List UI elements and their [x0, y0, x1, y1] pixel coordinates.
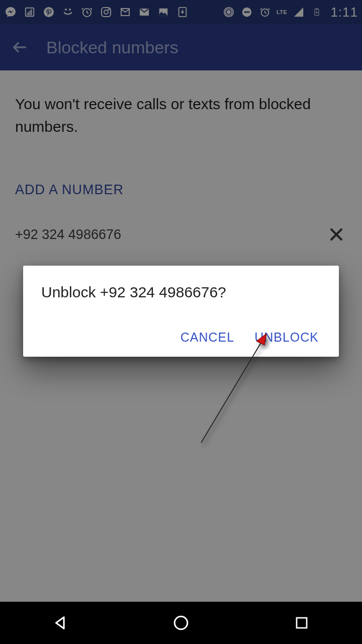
nav-back-button[interactable]	[48, 611, 72, 635]
square-recent-icon	[294, 615, 309, 630]
system-nav-bar	[0, 602, 362, 644]
unblock-button[interactable]: UNBLOCK	[254, 330, 319, 345]
svg-rect-26	[297, 618, 307, 628]
triangle-back-icon	[52, 614, 69, 631]
dialog-title: Unblock +92 324 4986676?	[41, 284, 321, 301]
dialog-actions: CANCEL UNBLOCK	[41, 325, 321, 349]
unblock-dialog: Unblock +92 324 4986676? CANCEL UNBLOCK	[23, 266, 339, 357]
svg-point-25	[174, 616, 188, 629]
circle-home-icon	[172, 614, 190, 631]
cancel-button[interactable]: CANCEL	[180, 330, 234, 345]
nav-recent-button[interactable]	[290, 611, 314, 635]
screen: LTE 1:11 Blocked numbers You won't recei…	[0, 0, 362, 644]
nav-home-button[interactable]	[169, 611, 193, 635]
